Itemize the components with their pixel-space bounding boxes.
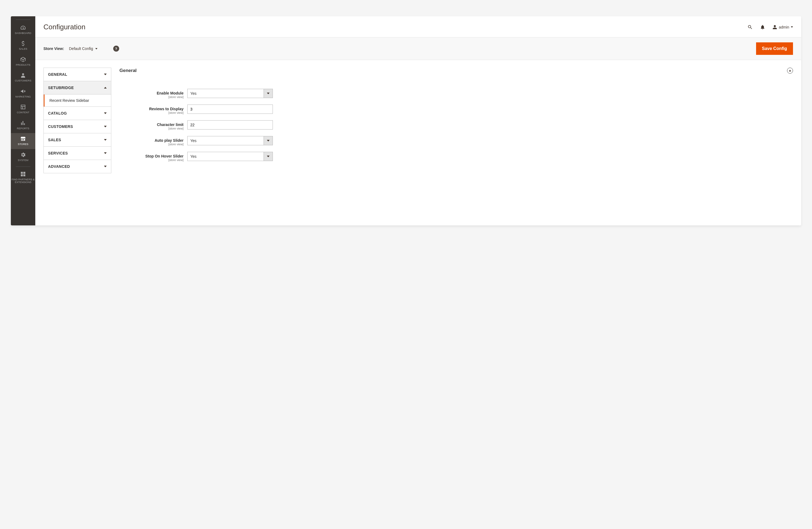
search-icon[interactable] — [748, 25, 753, 30]
caret-down-icon — [267, 156, 270, 157]
field-scope: [store view] — [119, 158, 184, 161]
config-nav-general[interactable]: GENERAL — [44, 68, 111, 81]
config-nav-sub-recent-review-sidebar[interactable]: Recent Review Sidebar — [44, 95, 111, 107]
chevron-down-icon — [104, 152, 107, 154]
input-reviews-to-display[interactable] — [187, 104, 273, 114]
sidenav-item-reports[interactable]: REPORTS — [11, 117, 35, 133]
layout-icon — [20, 104, 26, 110]
help-icon[interactable]: ? — [113, 46, 119, 52]
sidenav-divider — [16, 167, 30, 167]
scope-label: Store View: — [43, 46, 64, 51]
caret-down-icon — [95, 48, 98, 49]
field-row-reviews-to-display: Reviews to Display[store view] — [119, 104, 793, 114]
select-toggle[interactable] — [264, 89, 273, 98]
config-nav-sales[interactable]: SALES — [44, 133, 111, 147]
sidenav: DASHBOARDSALESPRODUCTSCUSTOMERSMARKETING… — [11, 16, 35, 225]
sidenav-item-system[interactable]: SYSTEM — [11, 149, 35, 165]
user-icon — [772, 25, 777, 30]
caret-down-icon — [267, 92, 270, 94]
sidenav-label: CONTENT — [17, 111, 29, 114]
sidenav-item-products[interactable]: PRODUCTS — [11, 54, 35, 70]
page-header: Configuration admin — [35, 16, 801, 37]
sidenav-label: DASHBOARD — [15, 32, 31, 34]
sidenav-item-content[interactable]: CONTENT — [11, 101, 35, 117]
config-nav-customers[interactable]: CUSTOMERS — [44, 120, 111, 133]
chevron-up-icon — [104, 87, 107, 88]
config-nav-services[interactable]: SERVICES — [44, 147, 111, 160]
config-nav-catalog[interactable]: CATALOG — [44, 107, 111, 120]
field-row-enable-module: Enable Module[store view]Yes — [119, 89, 793, 99]
config-nav-label: GENERAL — [48, 72, 67, 76]
config-nav-label: SALES — [48, 138, 61, 142]
select-toggle[interactable] — [264, 152, 273, 161]
field-scope: [store view] — [119, 127, 184, 130]
config-nav-label: SERVICES — [48, 151, 68, 155]
sidenav-label: SYSTEM — [18, 159, 28, 161]
section-title: General — [119, 68, 136, 73]
field-row-auto-play-slider: Auto play Slider[store view]Yes — [119, 136, 793, 146]
gear-icon — [20, 152, 26, 158]
select-stop-on-hover-slider[interactable]: Yes — [187, 152, 273, 161]
select-value: Yes — [187, 152, 264, 161]
sidenav-item-find-partners-extensions[interactable]: FIND PARTNERS & EXTENSIONS — [11, 168, 35, 187]
sidenav-item-stores[interactable]: STORES — [11, 133, 35, 149]
megaphone-icon — [20, 88, 26, 94]
scope-value: Default Config — [69, 46, 93, 51]
sidenav-label: PRODUCTS — [16, 63, 30, 66]
caret-down-icon — [267, 140, 270, 142]
field-label: Stop On Hover Slider — [119, 154, 184, 158]
select-value: Yes — [187, 136, 264, 145]
field-label: Reviews to Display — [119, 107, 184, 111]
config-nav-label: SETUBRIDGE — [48, 86, 74, 90]
config-nav: GENERALSETUBRIDGERecent Review SidebarCA… — [43, 68, 111, 173]
config-nav-label: CUSTOMERS — [48, 124, 73, 129]
chevron-down-icon — [104, 74, 107, 75]
sidenav-label: MARKETING — [15, 95, 31, 98]
select-toggle[interactable] — [264, 136, 273, 145]
sidenav-item-marketing[interactable]: MARKETING — [11, 86, 35, 101]
save-button[interactable]: Save Config — [756, 42, 793, 55]
field-scope: [store view] — [119, 95, 184, 99]
config-main: General Enable Module[store view]YesRevi… — [119, 68, 793, 168]
config-nav-advanced[interactable]: ADVANCED — [44, 160, 111, 173]
select-enable-module[interactable]: Yes — [187, 89, 273, 98]
gauge-icon — [20, 25, 26, 31]
sidenav-divider — [16, 19, 30, 20]
sidenav-label: FIND PARTNERS & EXTENSIONS — [11, 178, 35, 184]
field-label: Enable Module — [119, 91, 184, 95]
field-scope: [store view] — [119, 111, 184, 114]
sidenav-label: SALES — [19, 47, 27, 50]
collapse-toggle[interactable] — [787, 68, 793, 74]
sidenav-item-sales[interactable]: SALES — [11, 38, 35, 54]
store-icon — [20, 136, 26, 142]
field-row-stop-on-hover-slider: Stop On Hover Slider[store view]Yes — [119, 152, 793, 161]
sidenav-label: STORES — [18, 143, 29, 145]
field-scope: [store view] — [119, 143, 184, 146]
sidenav-label: CUSTOMERS — [15, 79, 31, 82]
content: Configuration admin Store View: Default … — [35, 16, 801, 225]
field-row-character-limit: Character limit[store view] — [119, 120, 793, 130]
scope-bar: Store View: Default Config ? Save Config — [35, 37, 801, 60]
config-nav-label: ADVANCED — [48, 164, 70, 169]
chevron-down-icon — [104, 112, 107, 114]
user-menu[interactable]: admin — [772, 25, 793, 30]
chevron-down-icon — [104, 126, 107, 127]
caret-down-icon — [791, 26, 793, 28]
sidenav-item-dashboard[interactable]: DASHBOARD — [11, 22, 35, 38]
input-character-limit[interactable] — [187, 120, 273, 130]
bell-icon[interactable] — [760, 25, 765, 30]
select-auto-play-slider[interactable]: Yes — [187, 136, 273, 145]
person-icon — [20, 72, 26, 78]
field-label: Character limit — [119, 123, 184, 127]
sidenav-item-customers[interactable]: CUSTOMERS — [11, 70, 35, 85]
config-nav-setubridge[interactable]: SETUBRIDGE — [44, 81, 111, 95]
chevron-down-icon — [104, 166, 107, 167]
sidenav-label: REPORTS — [17, 127, 29, 130]
field-label: Auto play Slider — [119, 138, 184, 143]
chevron-up-icon — [789, 70, 791, 71]
select-value: Yes — [187, 89, 264, 98]
box-icon — [20, 57, 26, 62]
page-title: Configuration — [43, 23, 748, 31]
scope-switcher[interactable]: Default Config — [69, 46, 98, 51]
bars-icon — [20, 120, 26, 126]
